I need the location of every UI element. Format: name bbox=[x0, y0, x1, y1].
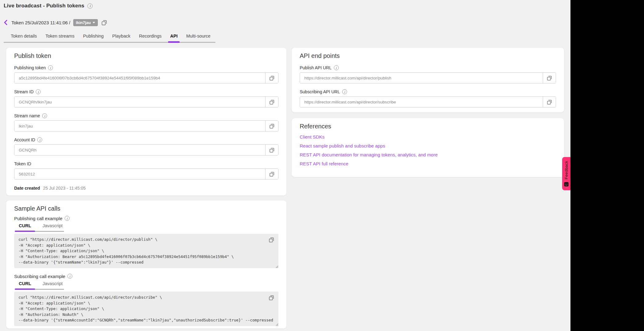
copy-icon bbox=[269, 99, 275, 105]
main-columns: Publish token Publishing token bbox=[6, 48, 570, 329]
api-endpoints-card: API end points Publish API URL bbox=[292, 48, 564, 112]
tab-javascript[interactable]: Javascript bbox=[38, 281, 66, 286]
subscribing-api-url-field: Subscribing API URL bbox=[300, 89, 556, 107]
info-icon[interactable] bbox=[334, 65, 339, 70]
copy-subscribing-code-button[interactable] bbox=[268, 294, 275, 302]
publish-token-card: Publish token Publishing token bbox=[6, 48, 286, 196]
feedback-tab[interactable]: Feedback bbox=[562, 157, 570, 190]
date-created-row: Date created 25 Jul 2023 - 11:45:05 bbox=[14, 186, 278, 191]
publishing-token-field: Publishing token bbox=[14, 65, 278, 83]
copy-icon bbox=[269, 123, 275, 129]
token-tabbar: Token details Token streams Publishing P… bbox=[4, 33, 215, 43]
info-icon[interactable] bbox=[37, 137, 42, 142]
page-header: Live broadcast - Publish tokens bbox=[0, 0, 570, 10]
publishing-call-label: Publishing call example bbox=[14, 216, 62, 221]
publishing-call-tabs: CURL Javascript bbox=[15, 223, 64, 232]
info-icon[interactable] bbox=[342, 89, 347, 94]
stream-name-badge-label: lkin7jau bbox=[76, 20, 91, 25]
copy-icon bbox=[546, 99, 553, 105]
date-created-label: Date created bbox=[14, 186, 40, 191]
api-endpoints-heading: API end points bbox=[300, 52, 556, 59]
copy-stream-name-button[interactable] bbox=[265, 121, 278, 131]
stream-name-field: Stream name bbox=[14, 113, 278, 131]
subscribing-api-url-label: Subscribing API URL bbox=[300, 89, 340, 94]
screen: Live broadcast - Publish tokens Token 25… bbox=[0, 0, 644, 331]
stream-name-label: Stream name bbox=[14, 113, 40, 118]
references-links: Client SDKs React sample publish and sub… bbox=[300, 134, 556, 167]
publishing-call-code[interactable]: curl "https://director.millicast.com/api… bbox=[14, 234, 278, 268]
tab-api[interactable]: API bbox=[170, 34, 178, 38]
chevron-down-icon bbox=[93, 22, 95, 23]
subscribing-api-url-input[interactable] bbox=[300, 97, 543, 107]
publish-api-url-label: Publish API URL bbox=[300, 65, 332, 70]
tab-token-streams[interactable]: Token streams bbox=[46, 34, 74, 38]
info-icon[interactable] bbox=[65, 216, 70, 221]
info-icon[interactable] bbox=[36, 89, 41, 94]
copy-icon bbox=[101, 19, 108, 26]
subscribing-call-section: Subscribing call example CURL Javascript… bbox=[14, 273, 278, 326]
copy-icon bbox=[269, 75, 275, 81]
publishing-token-label: Publishing token bbox=[14, 65, 46, 70]
feedback-smiley-icon bbox=[564, 182, 569, 187]
copy-icon bbox=[268, 294, 275, 301]
stream-id-input[interactable] bbox=[14, 97, 265, 107]
token-id-input[interactable] bbox=[14, 169, 265, 179]
copy-publishing-code-button[interactable] bbox=[268, 236, 275, 244]
tab-multi-source[interactable]: Multi-source bbox=[186, 34, 210, 38]
subscribing-call-label: Subscribing call example bbox=[14, 274, 65, 279]
copy-icon bbox=[546, 75, 553, 81]
publish-token-heading: Publish token bbox=[14, 52, 278, 59]
info-icon[interactable] bbox=[42, 113, 47, 118]
subscribing-call-code[interactable]: curl "https://director.millicast.com/api… bbox=[14, 292, 278, 326]
right-column: API end points Publish API URL bbox=[292, 48, 564, 177]
stream-id-label: Stream ID bbox=[14, 89, 34, 94]
references-card: References Client SDKs React sample publ… bbox=[292, 118, 564, 177]
tab-curl[interactable]: CURL bbox=[15, 281, 35, 286]
tab-javascript[interactable]: Javascript bbox=[38, 223, 66, 228]
left-column: Publish token Publishing token bbox=[6, 48, 286, 329]
copy-publishing-token-button[interactable] bbox=[265, 73, 278, 83]
page-title: Live broadcast - Publish tokens bbox=[4, 3, 84, 9]
date-created-value: 25 Jul 2023 - 11:45:05 bbox=[43, 186, 86, 191]
copy-token-id-button[interactable] bbox=[265, 169, 278, 179]
link-rest-api-full-reference[interactable]: REST API full reference bbox=[300, 161, 556, 167]
copy-icon bbox=[269, 171, 275, 177]
link-client-sdks[interactable]: Client SDKs bbox=[300, 134, 556, 140]
page-content: Live broadcast - Publish tokens Token 25… bbox=[0, 0, 570, 331]
sample-api-calls-heading: Sample API calls bbox=[14, 205, 278, 212]
token-id-field: Token ID bbox=[14, 161, 278, 180]
copy-icon bbox=[268, 236, 275, 243]
copy-breadcrumb-button[interactable] bbox=[101, 19, 108, 26]
publishing-call-section: Publishing call example CURL Javascript … bbox=[14, 215, 278, 268]
tab-playback[interactable]: Playback bbox=[112, 34, 130, 38]
right-black-panel bbox=[570, 0, 644, 331]
subscribing-call-tabs: CURL Javascript bbox=[15, 281, 64, 290]
account-id-input[interactable] bbox=[14, 145, 265, 155]
account-id-field: Account ID bbox=[14, 137, 278, 155]
publish-api-url-field: Publish API URL bbox=[300, 65, 556, 83]
stream-name-input[interactable] bbox=[14, 121, 265, 131]
publishing-token-input[interactable] bbox=[14, 73, 265, 83]
sample-api-calls-card: Sample API calls Publishing call example… bbox=[6, 200, 286, 329]
tab-publishing[interactable]: Publishing bbox=[83, 34, 104, 38]
link-rest-api-documentation[interactable]: REST API documentation for managing toke… bbox=[300, 152, 556, 158]
chevron-left-icon[interactable] bbox=[3, 19, 9, 26]
copy-subscribing-api-url-button[interactable] bbox=[543, 97, 556, 107]
feedback-label: Feedback bbox=[564, 161, 569, 179]
info-icon[interactable] bbox=[67, 274, 72, 279]
tab-recordings[interactable]: Recordings bbox=[139, 34, 162, 38]
copy-publish-api-url-button[interactable] bbox=[543, 73, 556, 83]
references-heading: References bbox=[300, 123, 556, 130]
copy-stream-id-button[interactable] bbox=[265, 97, 278, 107]
publish-api-url-input[interactable] bbox=[300, 73, 543, 83]
link-react-sample-apps[interactable]: React sample publish and subscribe apps bbox=[300, 143, 556, 149]
info-icon[interactable] bbox=[48, 65, 53, 70]
tab-curl[interactable]: CURL bbox=[15, 223, 35, 228]
token-id-label: Token ID bbox=[14, 161, 31, 166]
info-icon[interactable] bbox=[87, 3, 93, 9]
stream-id-field: Stream ID bbox=[14, 89, 278, 107]
breadcrumb-label: Token 25/Jul/2023 11:41:06 / bbox=[11, 20, 70, 25]
stream-name-badge[interactable]: lkin7jau bbox=[73, 19, 98, 26]
copy-account-id-button[interactable] bbox=[265, 145, 278, 155]
tab-token-details[interactable]: Token details bbox=[11, 34, 37, 38]
